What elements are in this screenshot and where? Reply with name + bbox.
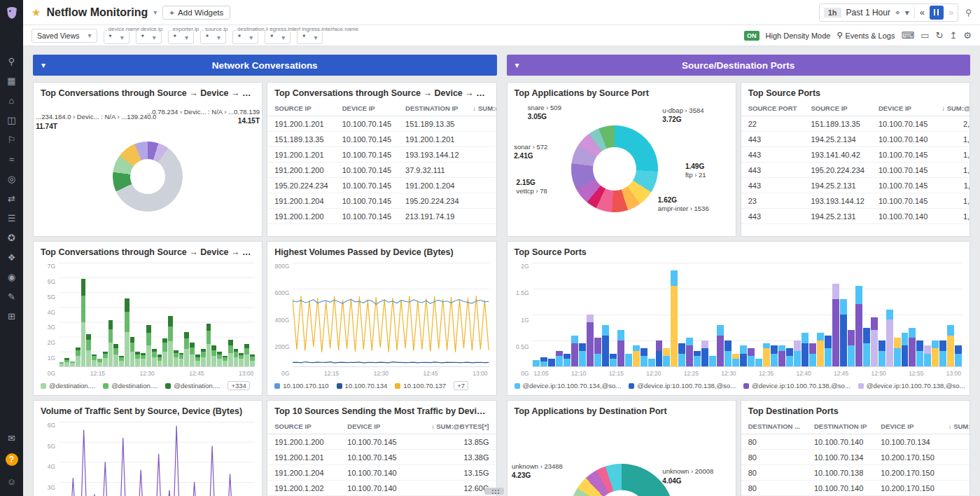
column-header[interactable]: DESTINATION ... <box>741 419 807 434</box>
template-var-device-ip[interactable]: device.ip*▾ <box>136 30 162 44</box>
column-header[interactable]: DEVICE IP <box>335 101 398 116</box>
bar-series[interactable] <box>59 263 255 366</box>
table-row[interactable]: 22151.189.13.3510.100.70.1452,164.82M <box>741 116 969 132</box>
column-header[interactable]: DESTINATION IP <box>807 419 874 434</box>
table-row[interactable]: 443193.141.40.4210.100.70.1451,309.95M <box>741 147 969 163</box>
saved-views-dropdown[interactable]: Saved Views▾ <box>31 29 97 43</box>
bar[interactable] <box>76 263 80 366</box>
column-header[interactable]: ↓ SUM:@BYTE... <box>466 101 496 116</box>
dashboards-icon[interactable]: ◫ <box>4 112 20 128</box>
density-toggle[interactable]: ON <box>744 31 760 41</box>
bar[interactable] <box>625 263 632 366</box>
infrastructure-icon[interactable]: ⌂ <box>4 92 20 108</box>
bar[interactable] <box>234 263 239 366</box>
template-var-device-name[interactable]: device.name*▾ <box>104 30 130 44</box>
chat-icon[interactable]: ✉ <box>4 430 20 446</box>
column-header[interactable]: DEVICE IP <box>874 419 941 434</box>
bar[interactable] <box>81 263 86 366</box>
column-header[interactable]: SOURCE IP <box>267 101 335 116</box>
bar[interactable] <box>190 263 195 366</box>
bar[interactable] <box>717 263 724 366</box>
table-row[interactable]: 191.200.1.20410.100.70.14013.15G <box>267 465 496 481</box>
bar[interactable] <box>86 263 91 366</box>
legend-item[interactable]: @device.ip:10.100.70.138,@so... <box>629 382 736 390</box>
table-row[interactable]: 443195.20.224.23410.100.70.1451,292.23M <box>741 163 969 178</box>
bar[interactable] <box>579 263 586 366</box>
table-row[interactable]: 191.200.1.20010.100.70.14537.9.32.1111.9… <box>267 163 496 178</box>
bar[interactable] <box>571 263 578 366</box>
line-chart[interactable]: 6G5G4G3G2G1G0G12:1512:3012:4513:00 <box>34 419 262 496</box>
table-row[interactable]: 8010.100.70.14010.200.170.15015.19G <box>741 481 969 496</box>
collapse-chevron-icon[interactable]: ▾ <box>41 60 46 70</box>
zoom-icon[interactable]: ⚲ <box>965 8 972 18</box>
column-header[interactable]: SOURCE PORT <box>741 101 804 116</box>
column-header[interactable]: DEVICE IP <box>340 419 413 434</box>
table-row[interactable]: 191.200.1.20010.100.70.145213.191.74.191… <box>267 209 496 224</box>
table-row[interactable]: 191.200.1.20110.100.70.145193.193.144.12… <box>267 147 496 163</box>
bar[interactable] <box>135 263 140 366</box>
bar[interactable] <box>740 263 747 366</box>
apm-icon[interactable]: ◎ <box>4 171 20 186</box>
bar[interactable] <box>223 263 227 366</box>
bar[interactable] <box>947 263 954 366</box>
refresh-icon[interactable]: ↻ <box>936 30 944 41</box>
time-range-chip[interactable]: 1h <box>824 8 841 18</box>
line-series[interactable] <box>293 263 489 366</box>
bar[interactable] <box>64 263 69 366</box>
donut-chart[interactable]: unknown › 234884.23Gunknown › 200084.04G… <box>507 419 736 496</box>
table-row[interactable]: 191.200.1.20210.100.70.14012.60G <box>267 481 496 496</box>
bar[interactable] <box>540 263 547 366</box>
bar[interactable] <box>587 263 594 366</box>
bar[interactable] <box>794 263 801 366</box>
table-row[interactable]: 8010.100.70.14010.100.70.13415.27G <box>741 434 969 450</box>
bar[interactable] <box>809 263 816 366</box>
host-map-icon[interactable]: ▦ <box>4 73 20 88</box>
bar[interactable] <box>763 263 770 366</box>
legend-item[interactable]: 10.100.70.137 <box>395 382 446 390</box>
legend-item[interactable]: @destination.... <box>165 382 220 390</box>
column-header[interactable]: ↓ SUM:@BYT... <box>941 419 969 434</box>
share-icon[interactable]: ↥ <box>949 30 957 41</box>
legend-item[interactable]: @destination.... <box>41 382 95 390</box>
group-header-source-destination-ports[interactable]: ▾ Source/Destination Ports <box>507 55 971 76</box>
column-header[interactable]: DEVICE IP <box>872 101 934 116</box>
legend-item[interactable]: 10.100.170.110 <box>274 382 328 390</box>
bar[interactable] <box>686 263 693 366</box>
bar[interactable] <box>701 263 708 366</box>
bar[interactable] <box>617 263 624 366</box>
add-widgets-button[interactable]: +Add Widgets <box>162 6 230 20</box>
bar[interactable] <box>168 263 173 366</box>
bar[interactable] <box>250 263 255 366</box>
bar[interactable] <box>184 263 189 366</box>
bar[interactable] <box>848 263 855 366</box>
bar[interactable] <box>564 263 570 366</box>
bar[interactable] <box>732 263 739 366</box>
network-icon[interactable]: ⇄ <box>4 191 20 206</box>
help-icon[interactable]: ? <box>6 453 18 466</box>
bar[interactable] <box>825 263 832 366</box>
bar[interactable] <box>724 263 732 366</box>
legend-more-badge[interactable]: +334 <box>227 381 249 390</box>
bar[interactable] <box>656 263 663 366</box>
time-range-picker[interactable]: 1h Past 1 Hour ⌖ ▾ « » <box>819 4 958 22</box>
bar[interactable] <box>755 263 762 366</box>
donut-chart[interactable]: ...234.184.0 › Devic... : N/A › ...139.2… <box>34 101 262 236</box>
bar[interactable] <box>70 263 75 366</box>
bar[interactable] <box>174 263 178 366</box>
legend-item[interactable]: @device.ip:10.100.70.138,@so... <box>743 382 850 390</box>
table-row[interactable]: 191.200.1.20010.100.70.14513.85G <box>267 434 496 450</box>
bar[interactable] <box>694 263 701 366</box>
settings-gear-icon[interactable]: ⚙ <box>963 30 972 41</box>
metrics-icon[interactable]: ≈ <box>4 151 20 167</box>
bar[interactable] <box>932 263 939 366</box>
bar[interactable] <box>678 263 685 366</box>
bar[interactable] <box>778 263 785 366</box>
column-header[interactable]: ↓ SUM:@BYTES[*] <box>934 101 969 116</box>
bar[interactable] <box>902 263 909 366</box>
bar[interactable] <box>594 263 601 366</box>
bar[interactable] <box>786 263 793 366</box>
bar[interactable] <box>871 263 878 366</box>
table-row[interactable]: 151.189.13.3510.100.70.145191.200.1.2012… <box>267 132 496 147</box>
bar[interactable] <box>916 263 923 366</box>
bar-chart[interactable]: 2G1.5G1G0.5G0G12:0512:1012:1512:2012:251… <box>507 260 970 378</box>
